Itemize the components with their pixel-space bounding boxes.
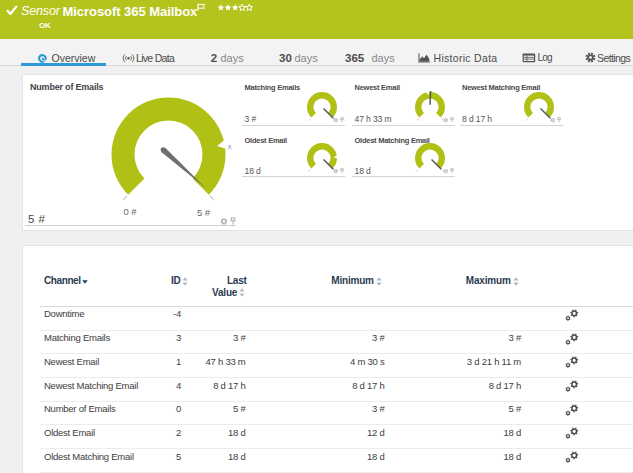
svg-text:x: x: [228, 142, 232, 151]
